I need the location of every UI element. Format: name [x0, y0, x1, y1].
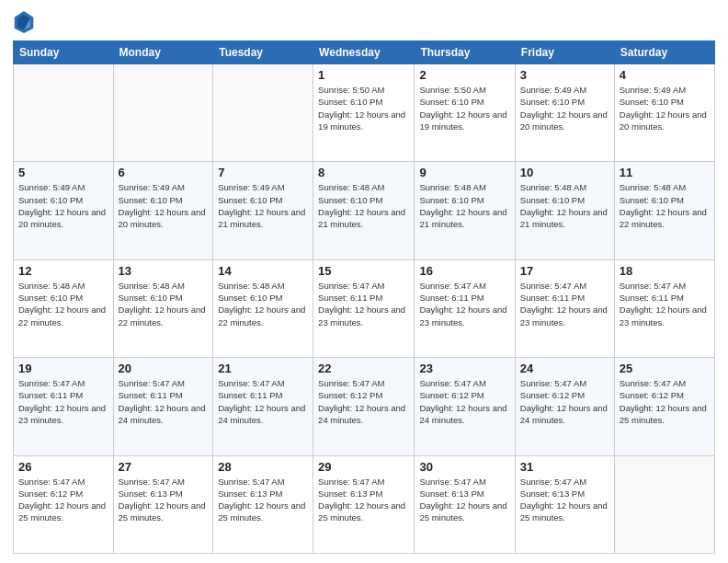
day-number: 19 — [18, 362, 108, 375]
day-number: 14 — [218, 264, 308, 278]
day-cell: 20Sunrise: 5:47 AM Sunset: 6:11 PM Dayli… — [113, 358, 213, 455]
day-number: 9 — [419, 166, 509, 179]
day-cell: 11Sunrise: 5:48 AM Sunset: 6:10 PM Dayli… — [614, 162, 714, 259]
day-number: 11 — [620, 166, 710, 179]
day-info: Sunrise: 5:47 AM Sunset: 6:11 PM Dayligh… — [119, 377, 209, 426]
day-cell: 10Sunrise: 5:48 AM Sunset: 6:10 PM Dayli… — [515, 162, 614, 259]
day-number: 21 — [218, 362, 308, 375]
day-cell: 8Sunrise: 5:48 AM Sunset: 6:10 PM Daylig… — [313, 162, 415, 259]
calendar-page: SundayMondayTuesdayWednesdayThursdayFrid… — [0, 0, 728, 563]
day-number: 6 — [119, 166, 209, 179]
day-info: Sunrise: 5:48 AM Sunset: 6:10 PM Dayligh… — [119, 280, 209, 328]
logo — [13, 9, 39, 35]
day-info: Sunrise: 5:47 AM Sunset: 6:12 PM Dayligh… — [318, 377, 409, 426]
day-number: 22 — [318, 362, 409, 375]
day-cell: 22Sunrise: 5:47 AM Sunset: 6:12 PM Dayli… — [313, 358, 415, 455]
weekday-saturday: Saturday — [614, 41, 714, 64]
day-cell: 9Sunrise: 5:48 AM Sunset: 6:10 PM Daylig… — [415, 162, 515, 259]
day-info: Sunrise: 5:49 AM Sunset: 6:10 PM Dayligh… — [620, 84, 710, 132]
day-cell: 18Sunrise: 5:47 AM Sunset: 6:11 PM Dayli… — [614, 259, 714, 357]
day-cell — [113, 64, 213, 162]
day-cell: 15Sunrise: 5:47 AM Sunset: 6:11 PM Dayli… — [313, 259, 415, 357]
day-number: 24 — [520, 362, 609, 375]
day-info: Sunrise: 5:48 AM Sunset: 6:10 PM Dayligh… — [520, 181, 609, 230]
day-info: Sunrise: 5:49 AM Sunset: 6:10 PM Dayligh… — [520, 84, 609, 132]
day-cell: 17Sunrise: 5:47 AM Sunset: 6:11 PM Dayli… — [515, 259, 614, 357]
day-number: 17 — [520, 264, 609, 278]
day-cell: 12Sunrise: 5:48 AM Sunset: 6:10 PM Dayli… — [14, 259, 114, 357]
day-info: Sunrise: 5:47 AM Sunset: 6:13 PM Dayligh… — [119, 476, 209, 524]
day-number: 4 — [620, 68, 710, 82]
day-number: 16 — [419, 264, 509, 278]
day-info: Sunrise: 5:50 AM Sunset: 6:10 PM Dayligh… — [419, 84, 509, 132]
weekday-thursday: Thursday — [415, 41, 515, 64]
day-info: Sunrise: 5:48 AM Sunset: 6:10 PM Dayligh… — [419, 181, 509, 230]
calendar-table: SundayMondayTuesdayWednesdayThursdayFrid… — [13, 40, 715, 554]
day-number: 20 — [119, 362, 209, 375]
day-number: 10 — [520, 166, 609, 179]
day-number: 26 — [18, 460, 108, 474]
day-number: 30 — [419, 460, 509, 474]
day-number: 31 — [520, 460, 609, 474]
day-number: 25 — [620, 362, 710, 375]
day-cell: 19Sunrise: 5:47 AM Sunset: 6:11 PM Dayli… — [14, 358, 114, 455]
day-info: Sunrise: 5:47 AM Sunset: 6:13 PM Dayligh… — [318, 476, 409, 524]
day-cell: 13Sunrise: 5:48 AM Sunset: 6:10 PM Dayli… — [113, 259, 213, 357]
logo-icon — [13, 9, 35, 35]
day-cell: 2Sunrise: 5:50 AM Sunset: 6:10 PM Daylig… — [415, 64, 515, 162]
day-cell — [213, 64, 313, 162]
day-number: 2 — [419, 68, 509, 82]
week-row-3: 19Sunrise: 5:47 AM Sunset: 6:11 PM Dayli… — [14, 358, 715, 455]
day-info: Sunrise: 5:48 AM Sunset: 6:10 PM Dayligh… — [218, 280, 308, 328]
day-info: Sunrise: 5:48 AM Sunset: 6:10 PM Dayligh… — [318, 181, 409, 230]
day-number: 28 — [218, 460, 308, 474]
day-cell: 1Sunrise: 5:50 AM Sunset: 6:10 PM Daylig… — [313, 64, 415, 162]
day-number: 5 — [18, 166, 108, 179]
day-cell: 7Sunrise: 5:49 AM Sunset: 6:10 PM Daylig… — [213, 162, 313, 259]
day-cell: 23Sunrise: 5:47 AM Sunset: 6:12 PM Dayli… — [415, 358, 515, 455]
day-info: Sunrise: 5:50 AM Sunset: 6:10 PM Dayligh… — [318, 84, 409, 132]
day-info: Sunrise: 5:47 AM Sunset: 6:11 PM Dayligh… — [620, 280, 710, 328]
day-cell: 6Sunrise: 5:49 AM Sunset: 6:10 PM Daylig… — [113, 162, 213, 259]
weekday-monday: Monday — [113, 41, 213, 64]
day-number: 1 — [318, 68, 409, 82]
day-number: 27 — [119, 460, 209, 474]
day-number: 8 — [318, 166, 409, 179]
day-cell: 27Sunrise: 5:47 AM Sunset: 6:13 PM Dayli… — [113, 455, 213, 553]
day-cell: 5Sunrise: 5:49 AM Sunset: 6:10 PM Daylig… — [14, 162, 114, 259]
day-number: 7 — [218, 166, 308, 179]
day-number: 23 — [419, 362, 509, 375]
day-info: Sunrise: 5:47 AM Sunset: 6:11 PM Dayligh… — [218, 377, 308, 426]
week-row-1: 5Sunrise: 5:49 AM Sunset: 6:10 PM Daylig… — [14, 162, 715, 259]
day-info: Sunrise: 5:47 AM Sunset: 6:11 PM Dayligh… — [318, 280, 409, 328]
day-info: Sunrise: 5:47 AM Sunset: 6:11 PM Dayligh… — [18, 377, 108, 426]
day-number: 3 — [520, 68, 609, 82]
weekday-sunday: Sunday — [14, 41, 114, 64]
weekday-wednesday: Wednesday — [313, 41, 415, 64]
day-cell: 16Sunrise: 5:47 AM Sunset: 6:11 PM Dayli… — [415, 259, 515, 357]
day-info: Sunrise: 5:47 AM Sunset: 6:13 PM Dayligh… — [520, 476, 609, 524]
day-cell — [614, 455, 714, 553]
weekday-tuesday: Tuesday — [213, 41, 313, 64]
weekday-header-row: SundayMondayTuesdayWednesdayThursdayFrid… — [14, 41, 715, 64]
day-info: Sunrise: 5:47 AM Sunset: 6:12 PM Dayligh… — [520, 377, 609, 426]
day-info: Sunrise: 5:47 AM Sunset: 6:13 PM Dayligh… — [419, 476, 509, 524]
day-cell: 31Sunrise: 5:47 AM Sunset: 6:13 PM Dayli… — [515, 455, 614, 553]
day-info: Sunrise: 5:47 AM Sunset: 6:11 PM Dayligh… — [419, 280, 509, 328]
day-number: 18 — [620, 264, 710, 278]
day-info: Sunrise: 5:49 AM Sunset: 6:10 PM Dayligh… — [18, 181, 108, 230]
day-cell: 14Sunrise: 5:48 AM Sunset: 6:10 PM Dayli… — [213, 259, 313, 357]
week-row-2: 12Sunrise: 5:48 AM Sunset: 6:10 PM Dayli… — [14, 259, 715, 357]
day-cell: 24Sunrise: 5:47 AM Sunset: 6:12 PM Dayli… — [515, 358, 614, 455]
day-cell: 26Sunrise: 5:47 AM Sunset: 6:12 PM Dayli… — [14, 455, 114, 553]
day-info: Sunrise: 5:48 AM Sunset: 6:10 PM Dayligh… — [18, 280, 108, 328]
day-number: 29 — [318, 460, 409, 474]
day-info: Sunrise: 5:47 AM Sunset: 6:11 PM Dayligh… — [520, 280, 609, 328]
weekday-friday: Friday — [515, 41, 614, 64]
day-info: Sunrise: 5:47 AM Sunset: 6:12 PM Dayligh… — [419, 377, 509, 426]
day-cell: 21Sunrise: 5:47 AM Sunset: 6:11 PM Dayli… — [213, 358, 313, 455]
day-info: Sunrise: 5:47 AM Sunset: 6:12 PM Dayligh… — [620, 377, 710, 426]
day-info: Sunrise: 5:49 AM Sunset: 6:10 PM Dayligh… — [218, 181, 308, 230]
header — [13, 9, 715, 35]
day-cell: 4Sunrise: 5:49 AM Sunset: 6:10 PM Daylig… — [614, 64, 714, 162]
